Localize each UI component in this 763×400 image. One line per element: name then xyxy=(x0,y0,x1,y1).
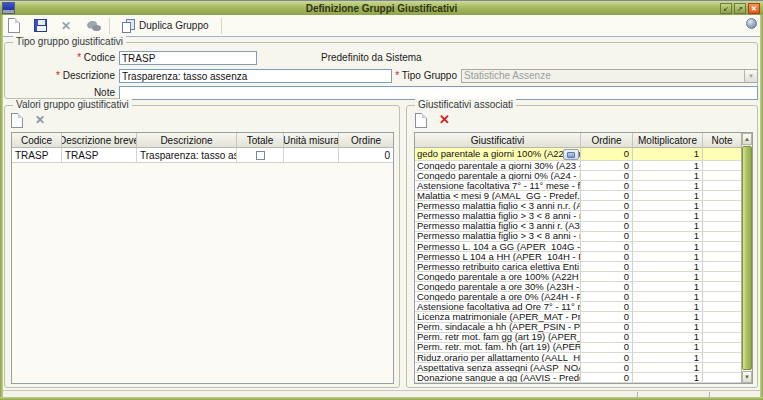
descrizione-row: * Descrizione * Tipo Gruppo Statistiche … xyxy=(5,69,757,82)
table-row[interactable]: Congedo parentale a ore 0% (A24H - Prede… xyxy=(415,292,741,302)
window-frame xyxy=(0,15,3,400)
status-bar xyxy=(3,390,760,397)
column-header[interactable]: Giustificativi xyxy=(415,133,581,148)
table-row[interactable]: TRASP TRASP Trasparenza: tasso assenza 0 xyxy=(12,148,393,163)
note-cell xyxy=(703,211,741,221)
table-row[interactable]: Permesso L. 104 a GG (APER_104G - Predef… xyxy=(415,242,741,252)
note-cell xyxy=(703,272,741,282)
ordine-cell: 0 xyxy=(581,181,633,191)
table-row[interactable]: Congedo parentale a giorni 0% (A24 - Pre… xyxy=(415,171,741,181)
moltiplicatore-cell: 1 xyxy=(633,292,703,302)
table-row[interactable]: Astensione facoltativa ad Ore 7° - 11° m… xyxy=(415,302,741,312)
table-row[interactable]: Aspettativa senza assegni (AASP_NOAS - P… xyxy=(415,363,741,373)
vertical-scrollbar[interactable]: ▲ ▼ xyxy=(741,133,752,383)
column-header[interactable]: Descrizione breve xyxy=(62,133,137,148)
new-row-icon[interactable] xyxy=(11,113,23,128)
lookup-button[interactable] xyxy=(563,149,579,160)
giustificativi-toolbar: ✕ xyxy=(415,112,450,128)
table-row[interactable]: Riduz.orario per allattamento (AALL_HH -… xyxy=(415,353,741,363)
table-row[interactable]: Donazione sangue a gg (AAVIS - Predef.) … xyxy=(415,373,741,383)
save-icon[interactable] xyxy=(34,19,47,32)
moltiplicatore-cell: 1 xyxy=(633,211,703,221)
column-header[interactable]: Moltiplicatore xyxy=(633,133,703,148)
giustificativo-cell: Licenza matrimoniale (APER_MAT - Predef.… xyxy=(415,312,581,322)
giustificativo-cell: Congedo parentale a ore 100% (A22H - Pre… xyxy=(415,272,581,282)
predefinito-label: Predefinito da Sistema xyxy=(321,51,422,64)
giustificativo-cell: Perm. sindacale a hh (APER_PSIN - Predef… xyxy=(415,323,581,333)
title-bar[interactable]: Definizione Gruppi Giustificativi ↙ ↗ ✕ xyxy=(0,0,763,15)
table-row[interactable]: Congedo parentale a ore 30% (A23H - Pred… xyxy=(415,282,741,292)
column-header[interactable]: Unità misura xyxy=(284,133,339,148)
giustificativo-cell: Astensione facoltativa ad Ore 7° - 11° m… xyxy=(415,302,581,312)
column-header[interactable]: Ordine xyxy=(339,133,393,148)
table-row[interactable]: Congedo parentale a giorni 30% (A23 - Pr… xyxy=(415,161,741,171)
valori-toolbar: ✕ xyxy=(11,112,45,128)
lookup-icon xyxy=(567,152,575,158)
moltiplicatore-cell: 1 xyxy=(633,302,703,312)
scrollbar-thumb[interactable] xyxy=(742,146,752,370)
delete-row-icon[interactable]: ✕ xyxy=(439,112,450,128)
giustificativi-table: Giustificativi Ordine Moltiplicatore Not… xyxy=(414,132,753,384)
ordine-cell: 0 xyxy=(581,323,633,333)
giustificativo-cell: Malattia < mesi 9 (AMAL_GG - Predef.) xyxy=(415,191,581,201)
minimize-button[interactable]: ↙ xyxy=(720,3,732,14)
totale-checkbox[interactable] xyxy=(256,151,265,160)
giustificativi-table-body: gedo parentale a giorni 100% (A22 - Pred… xyxy=(415,148,741,383)
column-header[interactable]: Totale xyxy=(237,133,284,148)
note-input[interactable] xyxy=(119,86,758,100)
stamp-icon[interactable] xyxy=(85,19,102,33)
giustificativo-cell: Aspettativa senza assegni (AASP_NOAS - P… xyxy=(415,363,581,373)
ordine-cell: 0 xyxy=(581,302,633,312)
column-header[interactable]: Ordine xyxy=(581,133,633,148)
table-row[interactable]: Congedo parentale a ore 100% (A22H - Pre… xyxy=(415,272,741,282)
ordine-cell: 0 xyxy=(581,262,633,272)
maximize-button[interactable]: ↗ xyxy=(734,3,746,14)
valori-table-header: Codice Descrizione breve Descrizione Tot… xyxy=(12,133,393,148)
table-row[interactable]: Malattia < mesi 9 (AMAL_GG - Predef.) 0 … xyxy=(415,191,741,201)
note-cell xyxy=(703,252,741,262)
column-header[interactable]: Codice xyxy=(12,133,62,148)
table-row[interactable]: gedo parentale a giorni 100% (A22 - Pred… xyxy=(415,148,741,161)
note-cell xyxy=(703,148,741,161)
codice-input[interactable] xyxy=(119,51,257,65)
delete-icon[interactable]: ✕ xyxy=(61,18,71,34)
table-row[interactable]: Perm. sindacale a hh (APER_PSIN - Predef… xyxy=(415,323,741,333)
chevron-down-icon[interactable]: ▼ xyxy=(744,70,757,82)
new-row-icon[interactable] xyxy=(415,113,427,128)
table-row[interactable]: Permesso malattia figlio > 3 < 8 anni - … xyxy=(415,211,741,221)
moltiplicatore-cell: 1 xyxy=(633,373,703,383)
empty-table-area xyxy=(12,163,393,383)
moltiplicatore-cell: 1 xyxy=(633,148,703,161)
column-header[interactable]: Note xyxy=(703,133,741,148)
note-cell xyxy=(703,161,741,171)
delete-row-icon[interactable]: ✕ xyxy=(35,112,45,128)
table-row[interactable]: Perm. retr. mot. fam. hh (art 19) (APER_… xyxy=(415,343,741,353)
globe-icon[interactable] xyxy=(746,18,757,29)
table-row[interactable]: Permesso malattia figlio > 3 < 8 anni - … xyxy=(415,232,741,242)
table-row[interactable]: Astensione facoltativa 7° - 11° mese - f… xyxy=(415,181,741,191)
scroll-down-icon[interactable]: ▼ xyxy=(742,371,752,383)
new-record-icon[interactable] xyxy=(8,18,20,33)
table-row[interactable]: Permesso malattia figlio < 3 anni n.r. (… xyxy=(415,201,741,211)
close-button[interactable]: ✕ xyxy=(748,3,760,14)
giustificativo-cell: Congedo parentale a giorni 0% (A24 - Pre… xyxy=(415,171,581,181)
moltiplicatore-cell: 1 xyxy=(633,161,703,171)
table-row[interactable]: Licenza matrimoniale (APER_MAT - Predef.… xyxy=(415,312,741,322)
descrizione-cell: Trasparenza: tasso assenza xyxy=(137,148,237,163)
codice-cell: TRASP xyxy=(12,148,62,163)
table-row[interactable]: Permesso L 104 a HH (APER_104H - Predef.… xyxy=(415,252,741,262)
descrizione-breve-cell: TRASP xyxy=(62,148,137,163)
ordine-cell: 0 xyxy=(581,343,633,353)
table-row[interactable]: Perm. retr mot. fam gg (art 19) (APER_RT… xyxy=(415,333,741,343)
duplica-gruppo-button[interactable]: Duplica Gruppo xyxy=(117,17,213,34)
table-row[interactable]: Permesso retribuito carica elettiva Enti… xyxy=(415,262,741,272)
note-cell xyxy=(703,292,741,302)
tipo-gruppo-select[interactable]: Statistiche Assenze ▼ xyxy=(461,69,758,83)
dialog-window: Definizione Gruppi Giustificativi ↙ ↗ ✕ … xyxy=(0,0,763,400)
column-header[interactable]: Descrizione xyxy=(137,133,237,148)
moltiplicatore-cell: 1 xyxy=(633,171,703,181)
table-row[interactable]: Permesso malattia figlio < 3 anni r. (A3… xyxy=(415,222,741,232)
scroll-up-icon[interactable]: ▲ xyxy=(742,133,752,145)
ordine-cell: 0 xyxy=(581,201,633,211)
ordine-cell: 0 xyxy=(581,222,633,232)
